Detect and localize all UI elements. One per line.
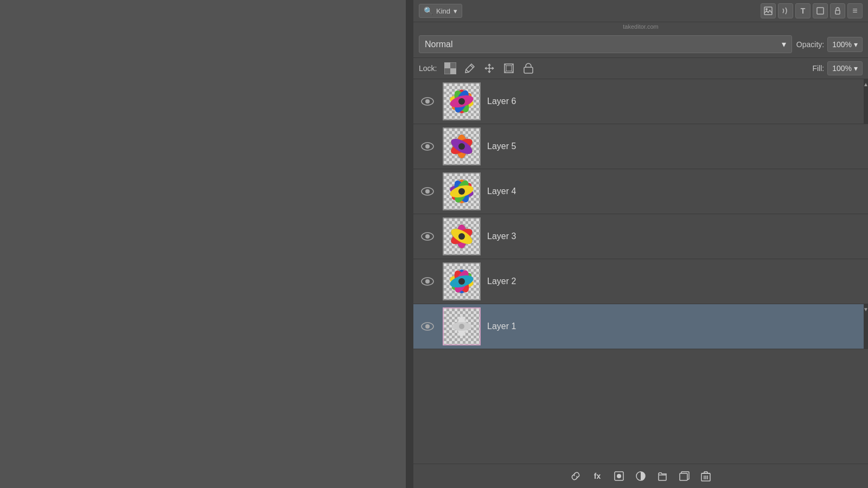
- layer-item[interactable]: Layer 3: [413, 214, 868, 259]
- fx-btn[interactable]: fx: [589, 467, 606, 485]
- layer-visibility-toggle[interactable]: [419, 273, 436, 290]
- svg-point-26: [425, 144, 430, 149]
- fx-label: fx: [594, 472, 601, 480]
- svg-rect-6: [450, 62, 456, 68]
- svg-rect-70: [680, 473, 687, 480]
- svg-rect-4: [444, 62, 450, 68]
- new-layer-btn[interactable]: [675, 467, 693, 485]
- link-layers-btn[interactable]: [567, 467, 584, 485]
- search-icon: 🔍: [424, 7, 433, 15]
- opacity-section: Opacity: 100% ▾: [796, 37, 863, 52]
- blend-mode-dropdown[interactable]: Normal ▾: [419, 35, 792, 53]
- svg-point-60: [458, 278, 465, 285]
- filter-shape-btn[interactable]: [813, 3, 828, 18]
- svg-point-65: [459, 324, 464, 329]
- blend-opacity-row: Normal ▾ Opacity: 100% ▾: [413, 31, 868, 58]
- blend-mode-arrow: ▾: [782, 39, 786, 49]
- layer-visibility-toggle[interactable]: [419, 228, 436, 245]
- fill-value-text: 100%: [832, 64, 852, 73]
- svg-point-53: [425, 279, 430, 284]
- svg-point-1: [765, 8, 768, 10]
- lock-artboard-btn[interactable]: [501, 61, 517, 75]
- layer-thumbnail: [443, 127, 481, 165]
- kind-dropdown-arrow: ▾: [454, 7, 457, 15]
- layer-thumbnail: [443, 82, 481, 120]
- fill-label: Fill:: [812, 64, 824, 73]
- filter-bar: 🔍 Kind ▾ T ≡: [413, 0, 868, 22]
- layer-visibility-toggle[interactable]: [419, 183, 436, 200]
- svg-rect-2: [817, 8, 824, 14]
- layer-thumbnail: [443, 172, 481, 210]
- filter-adjustment-btn[interactable]: [778, 3, 793, 18]
- opacity-input[interactable]: 100% ▾: [827, 37, 863, 52]
- lock-pixel-btn[interactable]: [462, 61, 478, 75]
- svg-point-35: [425, 189, 430, 194]
- svg-rect-10: [506, 66, 512, 71]
- add-mask-btn[interactable]: [610, 467, 628, 485]
- svg-rect-3: [835, 10, 840, 14]
- layer-thumbnail: [443, 217, 481, 255]
- layers-panel: 🔍 Kind ▾ T ≡ takeditor.com: [413, 0, 868, 488]
- layers-list: Layer 6 ▲: [413, 79, 868, 464]
- opacity-label: Opacity:: [796, 40, 824, 49]
- svg-point-44: [425, 234, 430, 239]
- svg-rect-0: [764, 7, 772, 15]
- filter-image-btn[interactable]: [761, 3, 776, 18]
- svg-rect-69: [659, 475, 666, 480]
- svg-rect-7: [444, 68, 450, 74]
- layer-thumbnail: [443, 307, 481, 345]
- blend-mode-label: Normal: [425, 40, 453, 49]
- layer-thumbnail: [443, 262, 481, 300]
- bottom-toolbar: fx: [413, 464, 868, 488]
- svg-point-33: [458, 143, 465, 150]
- fill-section: Fill: 100% ▾: [812, 61, 863, 75]
- layer-name: Layer 5: [487, 142, 863, 151]
- lock-row: Lock:: [413, 58, 868, 79]
- watermark: takeditor.com: [413, 22, 868, 31]
- canvas-area: [0, 0, 407, 488]
- filter-icons-group: T ≡: [761, 3, 863, 18]
- layer-item[interactable]: Layer 6 ▲: [413, 79, 868, 124]
- kind-filter-dropdown[interactable]: 🔍 Kind ▾: [419, 4, 462, 18]
- opacity-value-text: 100%: [832, 40, 852, 49]
- panel-divider: [407, 0, 413, 488]
- lock-all-btn[interactable]: [520, 61, 537, 75]
- layer-name: Layer 4: [487, 187, 863, 196]
- layer-visibility-toggle[interactable]: [419, 138, 436, 155]
- group-layers-btn[interactable]: [654, 467, 671, 485]
- add-adjustment-btn[interactable]: [632, 467, 649, 485]
- delete-layer-btn[interactable]: [697, 467, 714, 485]
- svg-point-24: [458, 98, 465, 105]
- layer-item[interactable]: Layer 5: [413, 124, 868, 169]
- filter-text-btn[interactable]: T: [795, 3, 810, 18]
- fill-input[interactable]: 100% ▾: [827, 61, 863, 75]
- svg-point-42: [458, 188, 465, 195]
- svg-point-62: [425, 324, 430, 329]
- svg-point-67: [617, 474, 621, 478]
- layer-item[interactable]: Layer 2: [413, 259, 868, 304]
- layer-item[interactable]: Layer 4: [413, 169, 868, 214]
- lock-position-btn[interactable]: [481, 61, 497, 75]
- layer-item[interactable]: Layer 1 ▼: [413, 304, 868, 349]
- layer-name: Layer 3: [487, 232, 863, 241]
- svg-point-17: [425, 99, 430, 104]
- layer-name: Layer 2: [487, 277, 863, 286]
- svg-rect-5: [450, 68, 456, 74]
- layer-visibility-toggle[interactable]: [419, 93, 436, 110]
- kind-filter-label: Kind: [436, 7, 450, 15]
- fill-arrow: ▾: [854, 64, 858, 73]
- svg-rect-15: [524, 67, 533, 73]
- layer-name: Layer 1: [487, 322, 863, 331]
- layer-visibility-toggle[interactable]: [419, 318, 436, 335]
- svg-point-51: [458, 233, 465, 240]
- layer-name: Layer 6: [487, 97, 863, 106]
- opacity-arrow: ▾: [854, 40, 858, 49]
- lock-transparent-btn[interactable]: [442, 61, 458, 75]
- lock-label: Lock:: [419, 64, 437, 73]
- filter-lock-btn[interactable]: [830, 3, 845, 18]
- panel-menu-btn[interactable]: ≡: [847, 3, 863, 18]
